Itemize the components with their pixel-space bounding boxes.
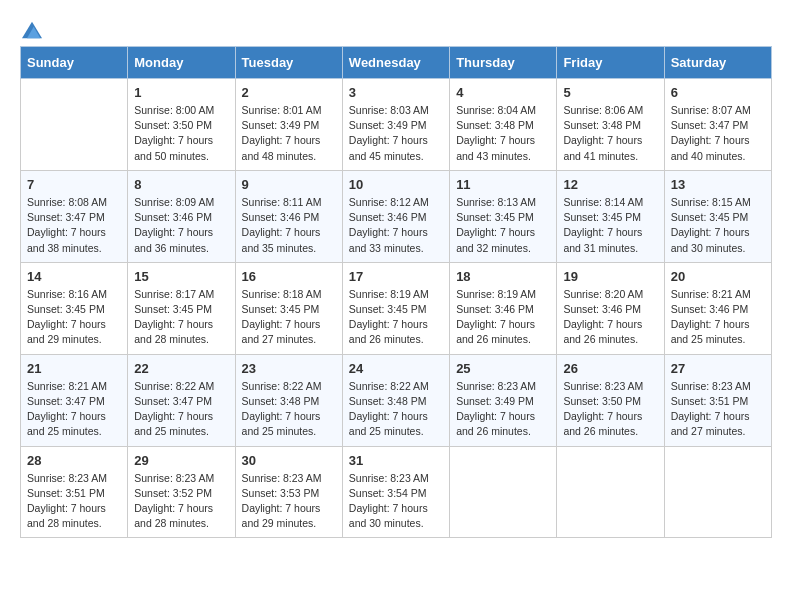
day-info: Sunrise: 8:23 AM Sunset: 3:51 PM Dayligh…: [27, 471, 121, 532]
day-info: Sunrise: 8:18 AM Sunset: 3:45 PM Dayligh…: [242, 287, 336, 348]
day-cell: 9Sunrise: 8:11 AM Sunset: 3:46 PM Daylig…: [235, 170, 342, 262]
week-row-3: 14Sunrise: 8:16 AM Sunset: 3:45 PM Dayli…: [21, 262, 772, 354]
day-info: Sunrise: 8:13 AM Sunset: 3:45 PM Dayligh…: [456, 195, 550, 256]
day-info: Sunrise: 8:23 AM Sunset: 3:52 PM Dayligh…: [134, 471, 228, 532]
header-cell-thursday: Thursday: [450, 47, 557, 79]
header-cell-sunday: Sunday: [21, 47, 128, 79]
week-row-5: 28Sunrise: 8:23 AM Sunset: 3:51 PM Dayli…: [21, 446, 772, 538]
header-cell-friday: Friday: [557, 47, 664, 79]
day-number: 7: [27, 177, 121, 192]
day-number: 3: [349, 85, 443, 100]
day-number: 11: [456, 177, 550, 192]
day-number: 30: [242, 453, 336, 468]
day-cell: 14Sunrise: 8:16 AM Sunset: 3:45 PM Dayli…: [21, 262, 128, 354]
day-info: Sunrise: 8:19 AM Sunset: 3:45 PM Dayligh…: [349, 287, 443, 348]
header-cell-saturday: Saturday: [664, 47, 771, 79]
day-number: 23: [242, 361, 336, 376]
day-number: 24: [349, 361, 443, 376]
day-cell: 26Sunrise: 8:23 AM Sunset: 3:50 PM Dayli…: [557, 354, 664, 446]
day-number: 29: [134, 453, 228, 468]
day-cell: 16Sunrise: 8:18 AM Sunset: 3:45 PM Dayli…: [235, 262, 342, 354]
day-cell: 1Sunrise: 8:00 AM Sunset: 3:50 PM Daylig…: [128, 79, 235, 171]
day-info: Sunrise: 8:22 AM Sunset: 3:48 PM Dayligh…: [349, 379, 443, 440]
day-cell: 27Sunrise: 8:23 AM Sunset: 3:51 PM Dayli…: [664, 354, 771, 446]
day-number: 6: [671, 85, 765, 100]
day-info: Sunrise: 8:23 AM Sunset: 3:49 PM Dayligh…: [456, 379, 550, 440]
day-cell: [450, 446, 557, 538]
calendar-header-row: SundayMondayTuesdayWednesdayThursdayFrid…: [21, 47, 772, 79]
day-cell: 21Sunrise: 8:21 AM Sunset: 3:47 PM Dayli…: [21, 354, 128, 446]
day-number: 17: [349, 269, 443, 284]
day-number: 5: [563, 85, 657, 100]
day-info: Sunrise: 8:19 AM Sunset: 3:46 PM Dayligh…: [456, 287, 550, 348]
day-cell: [21, 79, 128, 171]
day-info: Sunrise: 8:00 AM Sunset: 3:50 PM Dayligh…: [134, 103, 228, 164]
header-cell-monday: Monday: [128, 47, 235, 79]
day-info: Sunrise: 8:23 AM Sunset: 3:53 PM Dayligh…: [242, 471, 336, 532]
day-cell: 30Sunrise: 8:23 AM Sunset: 3:53 PM Dayli…: [235, 446, 342, 538]
day-info: Sunrise: 8:07 AM Sunset: 3:47 PM Dayligh…: [671, 103, 765, 164]
day-cell: 23Sunrise: 8:22 AM Sunset: 3:48 PM Dayli…: [235, 354, 342, 446]
day-number: 13: [671, 177, 765, 192]
day-number: 26: [563, 361, 657, 376]
page-header: [20, 20, 772, 36]
day-info: Sunrise: 8:01 AM Sunset: 3:49 PM Dayligh…: [242, 103, 336, 164]
day-cell: 6Sunrise: 8:07 AM Sunset: 3:47 PM Daylig…: [664, 79, 771, 171]
day-info: Sunrise: 8:21 AM Sunset: 3:46 PM Dayligh…: [671, 287, 765, 348]
day-number: 12: [563, 177, 657, 192]
header-cell-wednesday: Wednesday: [342, 47, 449, 79]
day-number: 21: [27, 361, 121, 376]
day-cell: 25Sunrise: 8:23 AM Sunset: 3:49 PM Dayli…: [450, 354, 557, 446]
day-info: Sunrise: 8:23 AM Sunset: 3:51 PM Dayligh…: [671, 379, 765, 440]
day-info: Sunrise: 8:23 AM Sunset: 3:54 PM Dayligh…: [349, 471, 443, 532]
day-cell: [664, 446, 771, 538]
header-cell-tuesday: Tuesday: [235, 47, 342, 79]
day-number: 31: [349, 453, 443, 468]
day-cell: 10Sunrise: 8:12 AM Sunset: 3:46 PM Dayli…: [342, 170, 449, 262]
day-info: Sunrise: 8:16 AM Sunset: 3:45 PM Dayligh…: [27, 287, 121, 348]
day-cell: 22Sunrise: 8:22 AM Sunset: 3:47 PM Dayli…: [128, 354, 235, 446]
day-info: Sunrise: 8:11 AM Sunset: 3:46 PM Dayligh…: [242, 195, 336, 256]
day-cell: 2Sunrise: 8:01 AM Sunset: 3:49 PM Daylig…: [235, 79, 342, 171]
week-row-2: 7Sunrise: 8:08 AM Sunset: 3:47 PM Daylig…: [21, 170, 772, 262]
day-number: 1: [134, 85, 228, 100]
day-number: 9: [242, 177, 336, 192]
day-info: Sunrise: 8:03 AM Sunset: 3:49 PM Dayligh…: [349, 103, 443, 164]
day-number: 10: [349, 177, 443, 192]
day-cell: 28Sunrise: 8:23 AM Sunset: 3:51 PM Dayli…: [21, 446, 128, 538]
day-info: Sunrise: 8:22 AM Sunset: 3:48 PM Dayligh…: [242, 379, 336, 440]
day-number: 28: [27, 453, 121, 468]
day-number: 8: [134, 177, 228, 192]
day-info: Sunrise: 8:04 AM Sunset: 3:48 PM Dayligh…: [456, 103, 550, 164]
day-info: Sunrise: 8:06 AM Sunset: 3:48 PM Dayligh…: [563, 103, 657, 164]
week-row-1: 1Sunrise: 8:00 AM Sunset: 3:50 PM Daylig…: [21, 79, 772, 171]
day-info: Sunrise: 8:14 AM Sunset: 3:45 PM Dayligh…: [563, 195, 657, 256]
day-info: Sunrise: 8:23 AM Sunset: 3:50 PM Dayligh…: [563, 379, 657, 440]
day-cell: 7Sunrise: 8:08 AM Sunset: 3:47 PM Daylig…: [21, 170, 128, 262]
day-cell: 8Sunrise: 8:09 AM Sunset: 3:46 PM Daylig…: [128, 170, 235, 262]
day-info: Sunrise: 8:17 AM Sunset: 3:45 PM Dayligh…: [134, 287, 228, 348]
week-row-4: 21Sunrise: 8:21 AM Sunset: 3:47 PM Dayli…: [21, 354, 772, 446]
day-cell: 17Sunrise: 8:19 AM Sunset: 3:45 PM Dayli…: [342, 262, 449, 354]
day-number: 27: [671, 361, 765, 376]
day-number: 15: [134, 269, 228, 284]
day-cell: 29Sunrise: 8:23 AM Sunset: 3:52 PM Dayli…: [128, 446, 235, 538]
day-number: 16: [242, 269, 336, 284]
day-number: 14: [27, 269, 121, 284]
day-number: 2: [242, 85, 336, 100]
day-cell: 18Sunrise: 8:19 AM Sunset: 3:46 PM Dayli…: [450, 262, 557, 354]
day-cell: 5Sunrise: 8:06 AM Sunset: 3:48 PM Daylig…: [557, 79, 664, 171]
day-info: Sunrise: 8:09 AM Sunset: 3:46 PM Dayligh…: [134, 195, 228, 256]
day-cell: 3Sunrise: 8:03 AM Sunset: 3:49 PM Daylig…: [342, 79, 449, 171]
day-number: 4: [456, 85, 550, 100]
day-cell: 12Sunrise: 8:14 AM Sunset: 3:45 PM Dayli…: [557, 170, 664, 262]
day-cell: 15Sunrise: 8:17 AM Sunset: 3:45 PM Dayli…: [128, 262, 235, 354]
day-info: Sunrise: 8:21 AM Sunset: 3:47 PM Dayligh…: [27, 379, 121, 440]
day-cell: 13Sunrise: 8:15 AM Sunset: 3:45 PM Dayli…: [664, 170, 771, 262]
day-cell: [557, 446, 664, 538]
day-info: Sunrise: 8:20 AM Sunset: 3:46 PM Dayligh…: [563, 287, 657, 348]
day-cell: 19Sunrise: 8:20 AM Sunset: 3:46 PM Dayli…: [557, 262, 664, 354]
day-cell: 31Sunrise: 8:23 AM Sunset: 3:54 PM Dayli…: [342, 446, 449, 538]
day-cell: 11Sunrise: 8:13 AM Sunset: 3:45 PM Dayli…: [450, 170, 557, 262]
day-info: Sunrise: 8:08 AM Sunset: 3:47 PM Dayligh…: [27, 195, 121, 256]
